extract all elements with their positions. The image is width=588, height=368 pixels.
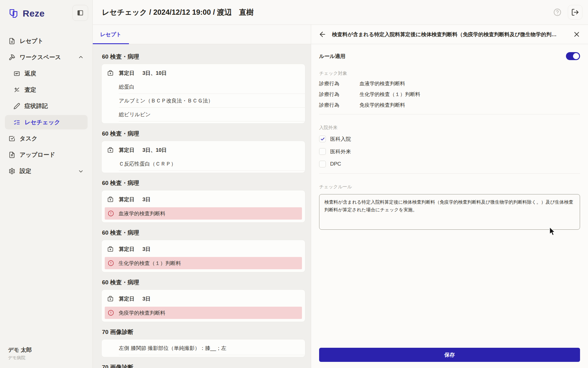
sidebar-item-upload[interactable]: アップロード (5, 148, 88, 162)
check-target-row: 診療行為生化学的検査（１）判断料 (319, 91, 580, 98)
receipt-error-row[interactable]: 血液学的検査判断料 (105, 207, 302, 220)
checkbox-unchecked[interactable] (319, 148, 326, 155)
check-target-row: 診療行為免疫学的検査判断料 (319, 102, 580, 109)
hammer-icon (9, 54, 15, 61)
panel-footer: 保存 (311, 348, 588, 368)
receipt-item-row[interactable]: 左側 膝関節 撮影部位（単純撮影）：膝__；左 (119, 341, 305, 355)
check-rule-heading: チェックルール (319, 184, 580, 190)
sidebar-item-label: アップロード (20, 151, 55, 159)
check-target-value: 免疫学的検査判断料 (360, 102, 405, 109)
checkbox-unchecked[interactable] (319, 161, 326, 167)
sidebar-item-label: タスク (20, 135, 37, 143)
rule-apply-toggle[interactable] (566, 52, 580, 60)
content-area: レセプト 60 検査・病理算定日3日、10日総蛋白アルブミン（ＢＣＰ改良法・ＢＣ… (93, 25, 588, 368)
user-block[interactable]: デモ 太郎 デモ病院 (8, 346, 32, 361)
pencil-icon (13, 103, 20, 109)
inout-heading: 入院外来 (319, 125, 580, 131)
checkbox-row[interactable]: 医科入院 (319, 135, 580, 143)
rule-detail-panel: 検査料が含まれる特定入院料算定後に検体検査判断料（免疫学的検査判断料及び微生物学… (311, 25, 588, 368)
rule-apply-label: ルール適用 (319, 53, 345, 60)
gear-icon (9, 168, 15, 174)
medical-kit-icon (107, 246, 114, 252)
receipt-card: 算定日3日、10日Ｃ反応性蛋白（ＣＲＰ） (101, 141, 305, 173)
section-heading: 60 検査・病理 (102, 229, 305, 237)
medical-kit-icon (107, 70, 114, 76)
check-icon (320, 137, 325, 141)
section-heading: 60 検査・病理 (102, 53, 305, 61)
rule-apply-row: ルール適用 (319, 52, 580, 60)
receipt-error-row[interactable]: 生化学的検査（１）判断料 (105, 257, 302, 269)
check-target-label: 診療行為 (319, 80, 360, 87)
inout-group: 医科入院医科外来DPC (319, 135, 580, 174)
check-target-label: 診療行為 (319, 91, 360, 98)
receipt-item-row[interactable]: アルブミン（ＢＣＰ改良法・ＢＣＧ法） (119, 94, 305, 108)
file-text-icon (9, 38, 15, 44)
sidebar-item-rece-check[interactable]: レセチェック (5, 115, 88, 129)
calc-date-row: 算定日3日 (102, 242, 305, 256)
sidebar-item-receipt[interactable]: レセプト (5, 34, 88, 48)
sidebar-item-task[interactable]: タスク (5, 131, 88, 146)
calc-date-row: 算定日3日、10日 (102, 143, 305, 157)
sidebar: Reze レセプト ワークスペース (0, 0, 93, 368)
toggle-knob (573, 53, 579, 59)
logout-button[interactable] (568, 5, 582, 20)
sidebar-item-return[interactable]: 返戻 (5, 66, 88, 81)
panel-body: ルール適用 チェック対象 診療行為血液学的検査判断料診療行為生化学的検査（１）判… (311, 44, 588, 348)
alert-circle-icon (108, 210, 114, 217)
checkbox-label: 医科入院 (330, 136, 351, 143)
list-checks-icon (13, 119, 20, 126)
sidebar-item-assessment[interactable]: 査定 (5, 82, 88, 97)
check-target-row: 診療行為血液学的検査判断料 (319, 80, 580, 87)
file-up-icon (9, 151, 15, 158)
alert-circle-icon (108, 260, 114, 266)
check-target-label: 診療行為 (319, 102, 360, 109)
checkbox-label: DPC (330, 161, 341, 167)
checkbox-label: 医科外来 (330, 148, 351, 155)
receipt-card: 算定日3日、10日総蛋白アルブミン（ＢＣＰ改良法・ＢＣＧ法）総ビリルビン (101, 64, 305, 124)
rule-title: 検査料が含まれる特定入院料算定後に検体検査判断料（免疫学的検査判断料及び微生物学… (332, 31, 567, 38)
panel-left-icon (77, 10, 84, 16)
section-heading: 60 検査・病理 (102, 130, 305, 138)
receipt-error-row[interactable]: 免疫学的検査判断料 (105, 307, 302, 319)
save-button[interactable]: 保存 (319, 348, 580, 362)
check-rule-textarea[interactable]: 検査料が含まれる特定入院料算定後に検体検査判断料（免疫学的検査判断料及び微生物学… (319, 194, 580, 230)
check-target-heading: チェック対象 (319, 71, 580, 76)
check-target-value: 生化学的検査（１）判断料 (360, 91, 420, 98)
help-button[interactable] (550, 5, 565, 20)
receipt-item-row[interactable]: Ｃ反応性蛋白（ＣＲＰ） (119, 157, 305, 171)
calc-date-row: 算定日3日 (102, 292, 305, 306)
calc-date-row: 算定日3日 (102, 192, 305, 206)
checkbox-row[interactable]: DPC (319, 160, 580, 168)
check-square-icon (9, 135, 15, 142)
sidebar-item-symptom-details[interactable]: 症状詳記 (5, 99, 88, 113)
tab-receipt[interactable]: レセプト (93, 25, 129, 44)
receipt-item-row[interactable]: 総ビリルビン (119, 108, 305, 121)
tab-active-underline (93, 43, 129, 44)
user-name: デモ 太郎 (8, 346, 32, 354)
receipt-card: 算定日3日免疫学的検査判断料 (101, 289, 305, 322)
sidebar-item-workspace[interactable]: ワークスペース (5, 50, 88, 64)
sidebar-item-label: ワークスペース (20, 53, 61, 61)
medical-kit-icon (107, 196, 114, 203)
close-button[interactable] (573, 30, 581, 38)
page-title: レセチェック / 2024/12/12 19:00 / 渡辺 直樹 (102, 7, 254, 17)
checkbox-row[interactable]: 医科外来 (319, 147, 580, 156)
back-button[interactable] (318, 30, 326, 38)
sidebar-nav: レセプト ワークスペース 返戻 査定 (0, 34, 92, 178)
reze-logo-icon (8, 8, 19, 19)
chevron-up-icon (78, 54, 84, 60)
sidebar-collapse-button[interactable] (72, 5, 88, 21)
sidebar-item-label: 設定 (20, 167, 31, 175)
receipt-card: 左側 膝関節 撮影部位（単純撮影）：膝__；左 (101, 339, 305, 357)
sidebar-item-label: レセチェック (24, 118, 60, 126)
tab-label: レセプト (100, 31, 122, 38)
check-target-group: 診療行為血液学的検査判断料診療行為生化学的検査（１）判断料診療行為免疫学的検査判… (319, 80, 580, 114)
sidebar-item-settings[interactable]: 設定 (5, 164, 88, 178)
receipt-card: 算定日3日生化学的検査（１）判断料 (101, 240, 305, 272)
main-area: レセチェック / 2024/12/12 19:00 / 渡辺 直樹 (93, 0, 588, 368)
medical-kit-icon (107, 147, 114, 153)
check-target-value: 血液学的検査判断料 (360, 80, 405, 87)
checkbox-checked[interactable] (319, 136, 326, 142)
sidebar-item-label: レセプト (20, 37, 43, 45)
receipt-item-row[interactable]: 総蛋白 (119, 80, 305, 94)
